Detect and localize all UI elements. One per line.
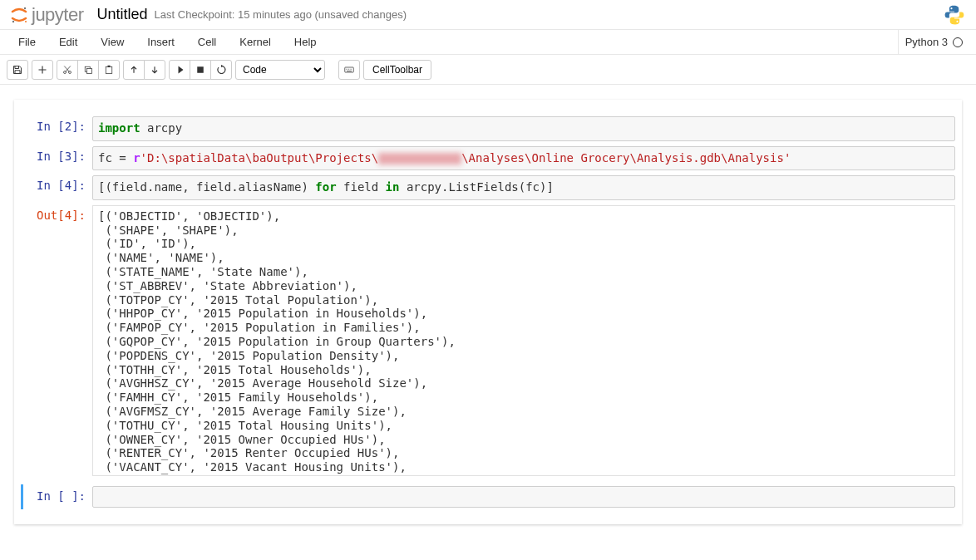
paste-icon — [104, 65, 114, 75]
jupyter-icon — [10, 6, 28, 24]
code-input[interactable] — [92, 486, 955, 508]
code-cell-selected[interactable]: In [ ]: — [21, 484, 955, 509]
menu-cell[interactable]: Cell — [186, 31, 228, 53]
svg-point-1 — [12, 20, 14, 22]
notebook-container: In [2]: import arcpy In [3]: fc = r'D:\s… — [0, 85, 976, 544]
code-cell[interactable]: In [3]: fc = r'D:\spatialData\baOutput\P… — [21, 145, 955, 173]
stop-icon — [195, 65, 205, 75]
cell-type-select[interactable]: Code — [235, 60, 325, 80]
menu-file[interactable]: File — [7, 31, 47, 53]
svg-point-0 — [24, 7, 26, 8]
paste-button[interactable] — [98, 60, 120, 80]
svg-point-4 — [956, 20, 958, 22]
notebook-title[interactable]: Untitled — [97, 6, 148, 23]
in-prompt: In [ ]: — [23, 486, 92, 508]
move-down-button[interactable] — [144, 60, 165, 80]
code-input[interactable]: [(field.name, field.aliasName) for field… — [92, 175, 955, 200]
command-palette-button[interactable] — [338, 60, 360, 80]
jupyter-logo[interactable]: jupyter — [10, 4, 84, 26]
keyboard-icon — [344, 65, 354, 75]
output-scroll[interactable]: [('OBJECTID', 'OBJECTID'), ('SHAPE', 'SH… — [92, 205, 955, 476]
output-text: [('OBJECTID', 'OBJECTID'), ('SHAPE', 'SH… — [93, 206, 954, 476]
run-button[interactable] — [169, 60, 190, 80]
svg-point-3 — [950, 7, 952, 9]
save-icon — [12, 65, 22, 75]
jupyter-logo-text: jupyter — [32, 4, 84, 26]
notebook: In [2]: import arcpy In [3]: fc = r'D:\s… — [14, 100, 962, 524]
checkpoint-status: Last Checkpoint: 15 minutes ago (unsaved… — [155, 8, 407, 21]
code-cell[interactable]: In [4]: [(field.name, field.aliasName) f… — [21, 174, 955, 202]
add-cell-button[interactable] — [32, 60, 53, 80]
menu-view[interactable]: View — [89, 31, 136, 53]
python-icon — [943, 3, 966, 27]
restart-icon — [216, 65, 226, 75]
code-input[interactable]: fc = r'D:\spatialData\baOutput\Projects\… — [92, 146, 955, 171]
svg-rect-8 — [87, 68, 92, 73]
output-cell: Out[4]: [('OBJECTID', 'OBJECTID'), ('SHA… — [21, 204, 955, 478]
svg-point-2 — [25, 21, 27, 22]
toolbar: Code CellToolbar — [0, 55, 976, 85]
code-cell[interactable]: In [2]: import arcpy — [21, 115, 955, 143]
copy-button[interactable] — [77, 60, 99, 80]
redacted-text — [378, 153, 461, 165]
cut-button[interactable] — [57, 60, 78, 80]
plus-icon — [37, 65, 47, 75]
menubar: File Edit View Insert Cell Kernel Help P… — [0, 30, 976, 55]
svg-rect-10 — [108, 65, 111, 66]
code-input[interactable]: import arcpy — [92, 116, 955, 141]
out-prompt: Out[4]: — [21, 205, 92, 476]
menu-edit[interactable]: Edit — [47, 31, 89, 53]
menu-help[interactable]: Help — [283, 31, 328, 53]
svg-rect-9 — [106, 66, 112, 73]
arrow-up-icon — [129, 65, 139, 75]
kernel-idle-icon — [953, 37, 963, 47]
menu-insert[interactable]: Insert — [136, 31, 186, 53]
arrow-down-icon — [150, 65, 160, 75]
cut-icon — [62, 65, 72, 75]
restart-button[interactable] — [210, 60, 232, 80]
svg-rect-12 — [345, 67, 354, 72]
celltoolbar-button[interactable]: CellToolbar — [363, 60, 431, 80]
move-up-button[interactable] — [123, 60, 145, 80]
in-prompt: In [3]: — [21, 146, 92, 171]
save-button[interactable] — [7, 60, 28, 80]
menubar-items: File Edit View Insert Cell Kernel Help — [7, 31, 898, 53]
run-icon — [175, 65, 185, 75]
menu-kernel[interactable]: Kernel — [228, 31, 283, 53]
svg-rect-11 — [197, 66, 204, 73]
interrupt-button[interactable] — [190, 60, 211, 80]
kernel-indicator[interactable]: Python 3 — [898, 30, 969, 54]
in-prompt: In [2]: — [21, 116, 92, 141]
copy-icon — [83, 65, 93, 75]
in-prompt: In [4]: — [21, 175, 92, 200]
kernel-name: Python 3 — [905, 36, 948, 48]
header-bar: jupyter Untitled Last Checkpoint: 15 min… — [0, 0, 976, 30]
